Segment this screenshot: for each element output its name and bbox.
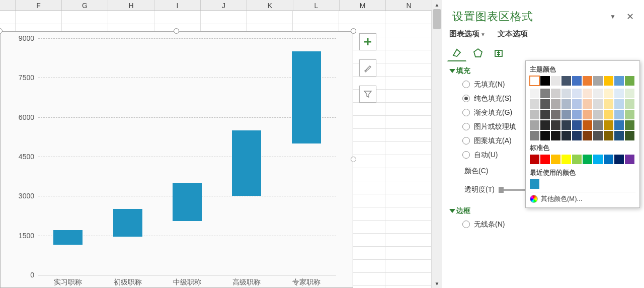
color-swatch[interactable] <box>530 155 539 164</box>
color-swatch[interactable] <box>540 99 550 109</box>
color-swatch[interactable] <box>551 131 560 140</box>
col-header-K[interactable]: K <box>247 0 293 11</box>
color-swatch[interactable] <box>614 120 624 130</box>
resize-handle-t[interactable] <box>174 28 179 34</box>
color-swatch[interactable] <box>583 99 592 109</box>
color-swatch[interactable] <box>625 155 634 164</box>
color-swatch[interactable] <box>593 131 603 140</box>
color-swatch[interactable] <box>583 110 592 119</box>
color-swatch[interactable] <box>593 89 603 98</box>
color-swatch[interactable] <box>551 76 560 86</box>
color-swatch[interactable] <box>551 120 560 130</box>
color-swatch[interactable] <box>561 110 571 119</box>
color-swatch[interactable] <box>551 110 560 119</box>
color-swatch[interactable] <box>540 155 550 164</box>
chart-filters-button[interactable] <box>359 86 376 103</box>
color-swatch[interactable] <box>625 99 634 109</box>
scroll-down-arrow-icon[interactable]: ▼ <box>432 279 442 288</box>
color-swatch[interactable] <box>614 110 624 119</box>
color-swatch[interactable] <box>561 131 571 140</box>
panel-menu-icon[interactable]: ▼ <box>610 13 616 20</box>
color-swatch[interactable] <box>614 76 624 86</box>
color-swatch[interactable] <box>604 89 613 98</box>
col-header-L[interactable]: L <box>293 0 340 11</box>
color-swatch[interactable] <box>604 99 613 109</box>
color-swatch[interactable] <box>583 131 592 140</box>
color-swatch[interactable] <box>561 155 571 164</box>
col-header-J[interactable]: J <box>201 0 247 11</box>
panel-close-icon[interactable]: ✕ <box>626 11 634 22</box>
color-swatch[interactable] <box>593 120 603 130</box>
border-none-option[interactable]: 无线条(N) <box>450 218 636 232</box>
col-header-G[interactable]: G <box>62 0 108 11</box>
color-swatch[interactable] <box>540 120 550 130</box>
bar-3[interactable] <box>232 130 261 196</box>
slider-thumb[interactable] <box>499 187 504 193</box>
color-swatch[interactable] <box>551 99 560 109</box>
col-header-H[interactable]: H <box>108 0 154 11</box>
color-swatch[interactable] <box>593 110 603 119</box>
color-swatch[interactable] <box>572 120 582 130</box>
color-swatch[interactable] <box>530 131 539 140</box>
color-swatch[interactable] <box>604 155 613 164</box>
bar-2[interactable] <box>173 183 202 221</box>
tab-text-options[interactable]: 文本选项 <box>498 29 528 39</box>
col-header-F[interactable]: F <box>16 0 62 11</box>
resize-handle-tr[interactable] <box>351 28 356 34</box>
color-swatch[interactable] <box>625 131 634 140</box>
color-swatch[interactable] <box>625 120 634 130</box>
color-swatch[interactable] <box>530 76 539 86</box>
scroll-track[interactable] <box>432 9 442 279</box>
color-swatch[interactable] <box>530 110 539 119</box>
color-swatch[interactable] <box>561 89 571 98</box>
vertical-scrollbar[interactable]: ▲ ▼ <box>432 0 442 288</box>
color-swatch[interactable] <box>572 155 582 164</box>
color-swatch[interactable] <box>593 76 603 86</box>
color-swatch[interactable] <box>614 155 624 164</box>
color-swatch[interactable] <box>583 155 592 164</box>
color-swatch[interactable] <box>561 120 571 130</box>
color-swatch[interactable] <box>540 131 550 140</box>
color-swatch[interactable] <box>614 89 624 98</box>
chart-object[interactable]: 0150030004500600075009000 实习职称初级职称中级职称高级… <box>0 31 353 288</box>
resize-handle-r[interactable] <box>351 157 356 162</box>
color-swatch[interactable] <box>572 131 582 140</box>
color-swatch[interactable] <box>625 76 634 86</box>
color-swatch[interactable] <box>614 131 624 140</box>
color-swatch[interactable] <box>572 99 582 109</box>
color-swatch[interactable] <box>625 89 634 98</box>
color-swatch[interactable] <box>572 76 582 86</box>
tab-chart-options[interactable]: 图表选项▼ <box>449 29 486 39</box>
effects-icon[interactable] <box>468 45 488 61</box>
col-header-M[interactable]: M <box>340 0 386 11</box>
chart-elements-button[interactable] <box>359 33 376 50</box>
color-swatch[interactable] <box>593 155 603 164</box>
col-header-edge[interactable] <box>0 0 16 11</box>
fill-line-icon[interactable] <box>447 45 466 61</box>
size-properties-icon[interactable] <box>489 45 508 61</box>
color-swatch[interactable] <box>583 120 592 130</box>
color-swatch[interactable] <box>561 99 571 109</box>
color-swatch[interactable] <box>583 76 592 86</box>
color-swatch[interactable] <box>530 120 539 130</box>
scroll-up-arrow-icon[interactable]: ▲ <box>432 0 442 9</box>
bar-0[interactable] <box>53 230 83 245</box>
bar-4[interactable] <box>292 51 321 143</box>
color-swatch[interactable] <box>572 89 582 98</box>
color-swatch[interactable] <box>551 89 560 98</box>
color-swatch[interactable] <box>593 99 603 109</box>
color-swatch[interactable] <box>540 89 550 98</box>
color-swatch[interactable] <box>572 110 582 119</box>
color-swatch[interactable] <box>625 110 634 119</box>
color-swatch[interactable] <box>551 155 560 164</box>
color-swatch[interactable] <box>614 99 624 109</box>
color-swatch[interactable] <box>604 120 613 130</box>
color-swatch[interactable] <box>530 89 539 98</box>
color-swatch[interactable] <box>583 89 592 98</box>
color-swatch[interactable] <box>530 99 539 109</box>
col-header-N[interactable]: N <box>386 0 432 11</box>
more-colors-button[interactable]: 其他颜色(M)... <box>530 192 635 206</box>
color-swatch[interactable] <box>604 131 613 140</box>
scroll-thumb[interactable] <box>433 9 441 29</box>
color-swatch[interactable] <box>540 76 550 86</box>
